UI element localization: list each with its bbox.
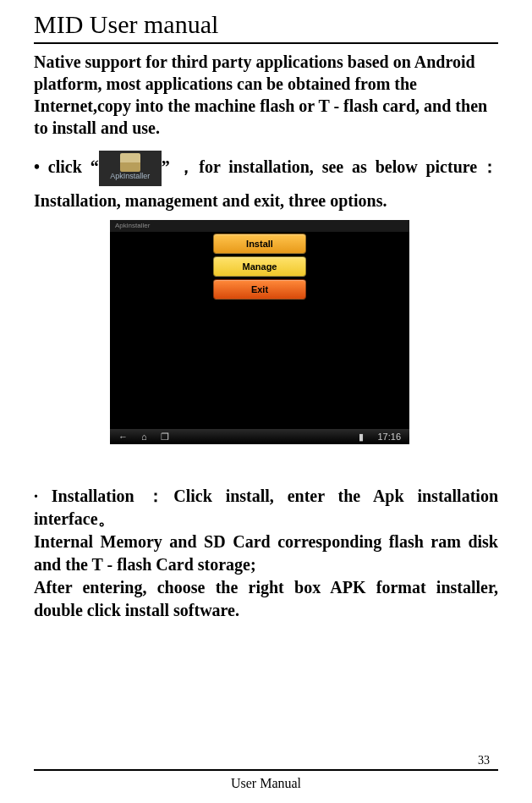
page-title: MID User manual (34, 10, 498, 39)
apkinstaller-screenshot: Apkinstaller Install Manage Exit ← ⌂ ❐ ▮… (110, 220, 409, 444)
screenshot-topbar: Apkinstaller (110, 220, 409, 232)
clock-text: 17:16 (377, 432, 401, 442)
installation-line-2: Internal Memory and SD Card correspondin… (34, 532, 498, 574)
installation-section: · Installation ：Click install, enter the… (34, 485, 498, 622)
exit-button[interactable]: Exit (213, 279, 306, 300)
nav-left-icons: ← ⌂ ❐ (118, 432, 169, 443)
installation-line-1: Installation ：Click install, enter the A… (34, 487, 498, 528)
apkinstaller-icon: ApkInstaller (99, 151, 162, 186)
page-number: 33 (478, 754, 490, 767)
box-icon (120, 153, 140, 172)
nav-right-icons: ▮ 17:16 (359, 432, 401, 443)
home-icon[interactable]: ⌂ (141, 432, 147, 442)
manage-button[interactable]: Manage (213, 256, 306, 277)
apk-icon-label: ApkInstaller (99, 173, 162, 180)
button-stack: Install Manage Exit (213, 234, 306, 300)
click-instruction: • click “ApkInstaller” ，for installation… (34, 151, 498, 215)
recent-icon[interactable]: ❐ (161, 432, 169, 443)
footer-line (34, 769, 498, 771)
intro-paragraph: Native support for third party applicati… (34, 51, 498, 139)
footer-text: User Manual (0, 776, 532, 791)
screenshot-navbar: ← ⌂ ❐ ▮ 17:16 (110, 429, 409, 444)
title-underline (34, 42, 498, 44)
installation-line-3: After entering, choose the right box APK… (34, 578, 498, 619)
bullet-dot: · (34, 487, 38, 505)
battery-icon: ▮ (359, 432, 364, 443)
click-prefix-text: • click “ (34, 157, 99, 176)
back-icon[interactable]: ← (118, 432, 128, 442)
install-button[interactable]: Install (213, 234, 306, 254)
